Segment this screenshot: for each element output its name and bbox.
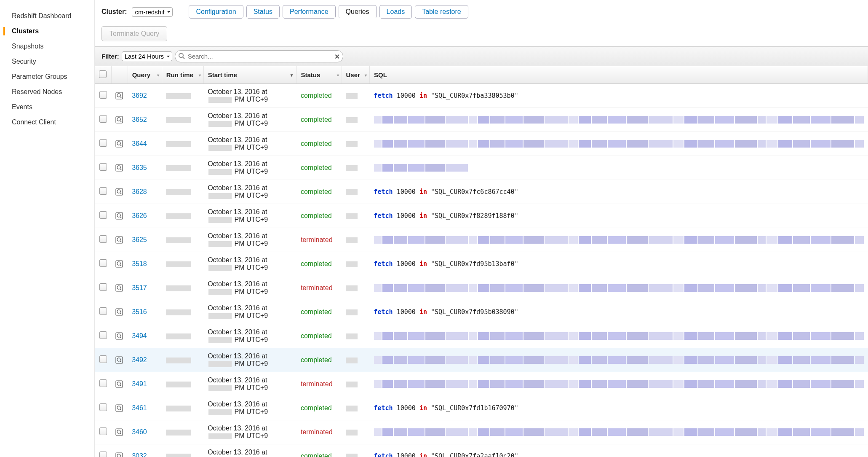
svg-point-21: [117, 238, 120, 241]
table-row[interactable]: 3516October 13, 2016 at PM UTC+9complete…: [95, 300, 868, 324]
query-id-link[interactable]: 3628: [132, 188, 147, 195]
magnify-icon[interactable]: [115, 356, 123, 364]
col-start-time[interactable]: Start time: [203, 66, 296, 84]
table-row[interactable]: 3635October 13, 2016 at PM UTC+9complete…: [95, 156, 868, 180]
table-row[interactable]: 3460October 13, 2016 at PM UTC+9terminat…: [95, 420, 868, 444]
sidebar-item-security[interactable]: Security: [0, 54, 94, 69]
query-id-link[interactable]: 3652: [132, 116, 147, 123]
row-checkbox[interactable]: [99, 259, 107, 267]
table-row[interactable]: 3644October 13, 2016 at PM UTC+9complete…: [95, 132, 868, 156]
query-id-link[interactable]: 3492: [132, 356, 147, 363]
row-checkbox[interactable]: [99, 403, 107, 411]
row-checkbox[interactable]: [99, 283, 107, 291]
svg-line-4: [120, 97, 121, 98]
table-row[interactable]: 3517October 13, 2016 at PM UTC+9terminat…: [95, 276, 868, 300]
row-checkbox[interactable]: [99, 211, 107, 219]
col-query[interactable]: Query▾: [128, 66, 162, 84]
filter-range-select[interactable]: Last 24 Hours: [122, 51, 172, 61]
query-id-link[interactable]: 3635: [132, 164, 147, 171]
clear-search-icon[interactable]: ✕: [334, 52, 340, 60]
tab-performance[interactable]: Performance: [283, 5, 336, 19]
query-id-link[interactable]: 3494: [132, 332, 147, 339]
sidebar-item-snapshots[interactable]: Snapshots: [0, 39, 94, 54]
sidebar-item-connect-client[interactable]: Connect Client: [0, 115, 94, 130]
query-id-link[interactable]: 3644: [132, 140, 147, 147]
col-status[interactable]: Status▾: [296, 66, 342, 84]
row-checkbox[interactable]: [99, 379, 107, 387]
magnify-icon[interactable]: [115, 236, 123, 244]
query-id-link[interactable]: 3461: [132, 404, 147, 411]
select-all-checkbox[interactable]: [99, 70, 107, 78]
start-time: October 13, 2016 at AM UTC+9: [203, 444, 296, 457]
magnify-icon[interactable]: [115, 380, 123, 388]
table-row[interactable]: 3032October 13, 2016 at AM UTC+9complete…: [95, 444, 868, 457]
row-checkbox[interactable]: [99, 163, 107, 171]
table-row[interactable]: 3625October 13, 2016 at PM UTC+9terminat…: [95, 228, 868, 252]
table-row[interactable]: 3652October 13, 2016 at PM UTC+9complete…: [95, 108, 868, 132]
row-checkbox[interactable]: [99, 307, 107, 315]
tab-status[interactable]: Status: [246, 5, 280, 19]
cluster-select[interactable]: cm-redshif: [132, 7, 173, 17]
table-row[interactable]: 3492October 13, 2016 at PM UTC+9complete…: [95, 348, 868, 372]
row-checkbox[interactable]: [99, 452, 107, 457]
query-id-link[interactable]: 3517: [132, 284, 147, 291]
tab-loads[interactable]: Loads: [379, 5, 412, 19]
magnify-icon[interactable]: [115, 140, 123, 148]
magnify-icon[interactable]: [115, 284, 123, 292]
query-id-link[interactable]: 3516: [132, 308, 147, 315]
col-sql[interactable]: SQL: [370, 66, 868, 84]
magnify-icon[interactable]: [115, 452, 123, 457]
query-id-link[interactable]: 3032: [132, 452, 147, 457]
tab-table-restore[interactable]: Table restore: [415, 5, 468, 19]
sidebar-item-events[interactable]: Events: [0, 99, 94, 115]
sidebar-item-reserved-nodes[interactable]: Reserved Nodes: [0, 84, 94, 99]
magnify-icon[interactable]: [115, 308, 123, 316]
toolbar: Terminate Query: [95, 21, 868, 46]
table-row[interactable]: 3626October 13, 2016 at PM UTC+9complete…: [95, 204, 868, 228]
table-row[interactable]: 3494October 13, 2016 at PM UTC+9complete…: [95, 324, 868, 348]
query-id-link[interactable]: 3626: [132, 212, 147, 219]
table-row[interactable]: 3628October 13, 2016 at PM UTC+9complete…: [95, 180, 868, 204]
magnify-icon[interactable]: [115, 164, 123, 172]
query-id-link[interactable]: 3491: [132, 380, 147, 387]
magnify-icon[interactable]: [115, 212, 123, 220]
search-input[interactable]: [175, 50, 343, 62]
magnify-icon[interactable]: [115, 404, 123, 412]
svg-line-10: [120, 145, 121, 146]
sidebar-item-clusters[interactable]: Clusters: [0, 24, 94, 39]
table-row[interactable]: 3491October 13, 2016 at PM UTC+9terminat…: [95, 372, 868, 396]
user-redacted: [346, 454, 358, 457]
query-id-link[interactable]: 3625: [132, 236, 147, 243]
start-time: October 13, 2016 at PM UTC+9: [203, 108, 296, 132]
svg-point-12: [117, 166, 120, 169]
table-row[interactable]: 3692October 13, 2016 at PM UTC+9complete…: [95, 84, 868, 108]
magnify-icon[interactable]: [115, 188, 123, 196]
query-id-link[interactable]: 3518: [132, 260, 147, 267]
magnify-icon[interactable]: [115, 332, 123, 340]
magnify-icon[interactable]: [115, 428, 123, 436]
row-checkbox[interactable]: [99, 331, 107, 339]
col-runtime[interactable]: Run time▾: [162, 66, 203, 84]
table-row[interactable]: 3518October 13, 2016 at PM UTC+9complete…: [95, 252, 868, 276]
tab-configuration[interactable]: Configuration: [189, 5, 243, 19]
col-user[interactable]: User▾: [342, 66, 369, 84]
row-checkbox[interactable]: [99, 355, 107, 363]
row-checkbox[interactable]: [99, 91, 107, 99]
magnify-icon[interactable]: [115, 260, 123, 268]
magnify-icon[interactable]: [115, 116, 123, 124]
query-id-link[interactable]: 3460: [132, 428, 147, 435]
sidebar-item-redshift-dashboard[interactable]: Redshift Dashboard: [0, 8, 94, 24]
table-row[interactable]: 3461October 13, 2016 at PM UTC+9complete…: [95, 396, 868, 420]
row-checkbox[interactable]: [99, 187, 107, 195]
row-checkbox[interactable]: [99, 139, 107, 147]
row-checkbox[interactable]: [99, 115, 107, 123]
row-checkbox[interactable]: [99, 235, 107, 243]
terminate-query-button[interactable]: Terminate Query: [101, 26, 167, 41]
col-checkbox[interactable]: [95, 66, 111, 84]
tab-queries[interactable]: Queries: [339, 5, 377, 19]
magnify-icon[interactable]: [115, 92, 123, 99]
sidebar-item-parameter-groups[interactable]: Parameter Groups: [0, 69, 94, 84]
query-id-link[interactable]: 3692: [132, 92, 147, 99]
row-checkbox[interactable]: [99, 427, 107, 435]
start-time: October 13, 2016 at PM UTC+9: [203, 84, 296, 108]
